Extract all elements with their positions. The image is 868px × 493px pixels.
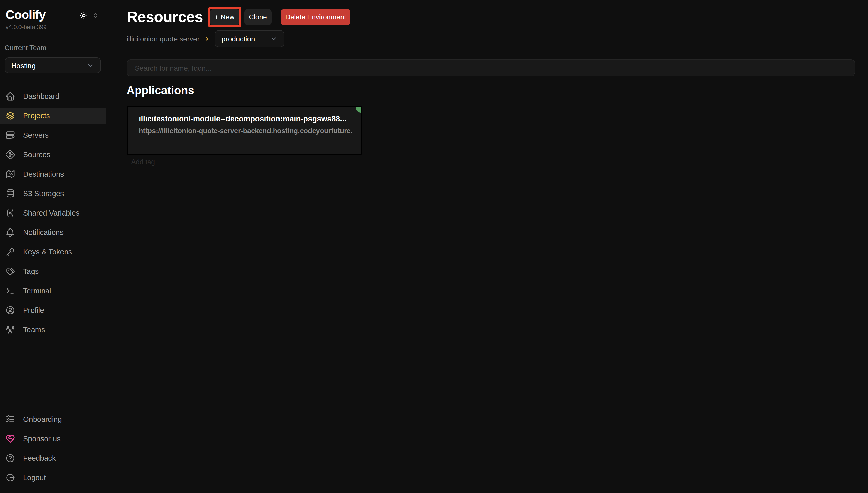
applications-section-title: Applications	[127, 84, 194, 97]
sidebar-item-label: Keys & Tokens	[23, 248, 72, 256]
application-title: illicitestonion/-module--decomposition:m…	[139, 114, 352, 123]
sidebar-item-label: Sources	[23, 151, 50, 159]
key-icon	[5, 247, 15, 257]
main-content: Resources + New Clone Delete Environment…	[110, 0, 868, 493]
sidebar-nav: Dashboard Projects Servers	[0, 88, 110, 341]
sidebar-item-label: Tags	[23, 267, 39, 275]
user-circle-icon	[5, 305, 15, 315]
clone-button[interactable]: Clone	[244, 9, 272, 25]
breadcrumb: illicitonion quote server production	[127, 30, 285, 47]
bell-icon	[5, 227, 15, 238]
theme-select-caret[interactable]	[92, 12, 99, 19]
sidebar-item-label: Profile	[23, 306, 44, 314]
sidebar-item-projects[interactable]: Projects	[0, 108, 106, 124]
sidebar-item-teams[interactable]: Teams	[0, 321, 106, 338]
database-icon	[5, 188, 15, 199]
sidebar-item-label: Servers	[23, 131, 49, 139]
sidebar-item-destinations[interactable]: Destinations	[0, 166, 106, 182]
sidebar-item-label: Onboarding	[23, 415, 62, 423]
sidebar-item-label: Sponsor us	[23, 435, 61, 443]
chevron-right-icon	[204, 36, 210, 42]
sidebar-item-label: Terminal	[23, 287, 51, 295]
layers-icon	[5, 111, 15, 121]
help-circle-icon	[5, 453, 15, 463]
page-title: Resources	[127, 8, 203, 26]
tag-icon	[5, 266, 15, 276]
checklist-icon	[5, 414, 15, 424]
sidebar-item-label: Notifications	[23, 228, 64, 237]
sidebar-item-onboarding[interactable]: Onboarding	[0, 411, 106, 427]
sidebar-item-label: Shared Variables	[23, 209, 79, 217]
sidebar-item-label: Projects	[23, 112, 50, 120]
team-select[interactable]: Hosting	[5, 57, 101, 73]
theme-toggle-button[interactable]	[79, 11, 88, 20]
theme-controls	[79, 11, 99, 20]
sidebar: Coolify v4.0.0-beta.399 Current	[0, 0, 110, 493]
users-group-icon	[5, 325, 15, 335]
sidebar-item-feedback[interactable]: Feedback	[0, 450, 106, 466]
sidebar-item-s3-storages[interactable]: S3 Storages	[0, 185, 106, 202]
environment-select[interactable]: production	[215, 30, 285, 47]
click-target-annotation: + New	[208, 7, 241, 27]
sidebar-item-sources[interactable]: Sources	[0, 146, 106, 163]
application-url: https://illicitonion-quote-server-backen…	[139, 127, 352, 135]
terminal-icon	[5, 286, 15, 296]
add-tag-input[interactable]: Add tag	[131, 158, 155, 166]
server-icon	[5, 130, 15, 140]
sidebar-footer: Onboarding Sponsor us	[0, 411, 110, 489]
home-icon	[5, 91, 15, 101]
logout-icon	[5, 473, 15, 483]
chevron-up-down-icon	[92, 12, 99, 19]
sidebar-item-dashboard[interactable]: Dashboard	[0, 88, 106, 104]
application-card[interactable]: illicitestonion/-module--decomposition:m…	[127, 106, 362, 155]
team-select-value: Hosting	[11, 61, 36, 69]
sidebar-item-shared-variables[interactable]: Shared Variables	[0, 205, 106, 221]
sidebar-item-profile[interactable]: Profile	[0, 302, 106, 318]
sidebar-item-notifications[interactable]: Notifications	[0, 224, 106, 241]
app-logo[interactable]: Coolify	[6, 8, 46, 22]
chevron-down-icon	[270, 35, 278, 42]
sidebar-item-label: Logout	[23, 474, 46, 482]
chevron-down-icon	[87, 61, 94, 69]
sidebar-item-label: Dashboard	[23, 92, 59, 100]
map-icon	[5, 169, 15, 179]
sun-icon	[79, 11, 88, 20]
sidebar-item-logout[interactable]: Logout	[0, 469, 106, 486]
new-button[interactable]: + New	[210, 9, 239, 25]
current-team-label: Current Team	[5, 44, 46, 52]
sidebar-item-sponsor-us[interactable]: Sponsor us	[0, 431, 106, 447]
search-input[interactable]	[127, 59, 855, 76]
heart-handshake-icon	[5, 434, 15, 444]
sidebar-item-label: Teams	[23, 326, 45, 334]
sidebar-item-servers[interactable]: Servers	[0, 127, 106, 143]
status-indicator-running	[356, 106, 362, 113]
sidebar-item-label: S3 Storages	[23, 189, 64, 198]
sidebar-item-tags[interactable]: Tags	[0, 263, 106, 280]
sidebar-item-keys-tokens[interactable]: Keys & Tokens	[0, 244, 106, 260]
sidebar-item-terminal[interactable]: Terminal	[0, 283, 106, 299]
app-version: v4.0.0-beta.399	[6, 24, 47, 30]
coolify-app: Coolify v4.0.0-beta.399 Current	[0, 0, 868, 493]
git-icon	[5, 149, 15, 160]
breadcrumb-project[interactable]: illicitonion quote server	[127, 35, 200, 43]
page-header: Resources + New Clone Delete Environment	[127, 7, 351, 27]
environment-select-value: production	[222, 35, 255, 43]
variable-icon	[5, 208, 15, 218]
delete-environment-button[interactable]: Delete Environment	[281, 9, 351, 25]
sidebar-item-label: Destinations	[23, 170, 64, 178]
sidebar-item-label: Feedback	[23, 454, 56, 462]
